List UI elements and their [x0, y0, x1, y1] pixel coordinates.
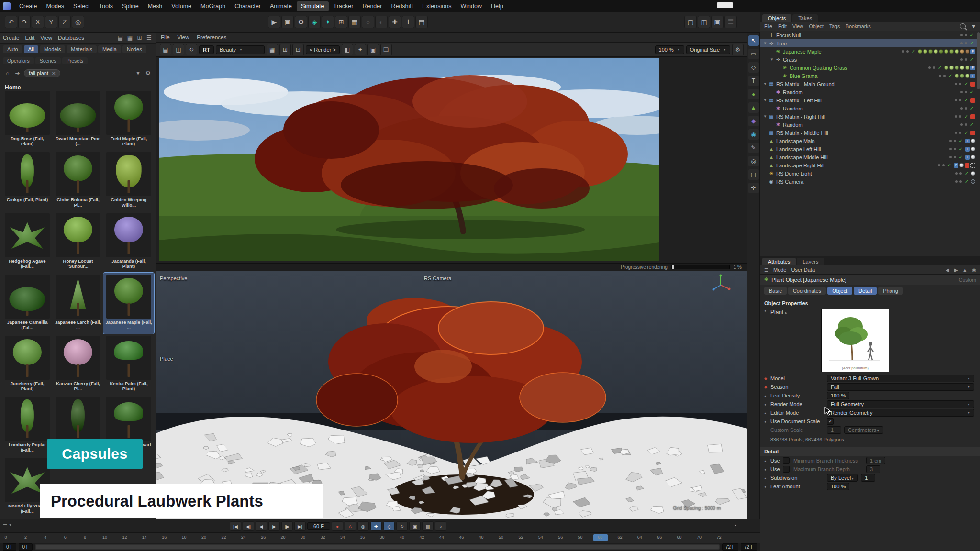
- ab-compare-icon[interactable]: ◧: [342, 44, 353, 55]
- parent-up-icon[interactable]: ▲: [962, 267, 967, 273]
- fullscreen-icon[interactable]: ❏: [380, 44, 392, 55]
- render-visibility-dot[interactable]: [954, 156, 956, 158]
- maximum-branch-depth-field[interactable]: 3: [866, 465, 880, 473]
- workplane-icon[interactable]: ✛: [402, 16, 414, 28]
- simulation-toggle[interactable]: ◐: [375, 16, 388, 28]
- filter-tab-all[interactable]: All: [24, 45, 38, 53]
- end-frame-field[interactable]: 72 F: [741, 543, 757, 551]
- pass-dropdown[interactable]: Beauty▼: [216, 45, 265, 54]
- mode-dropdown[interactable]: Mode: [773, 267, 787, 273]
- editor-visibility-dot[interactable]: [960, 42, 963, 44]
- keyframe-record-button[interactable]: ●: [332, 521, 343, 531]
- material-tag[interactable]: [944, 49, 948, 54]
- editor-visibility-dot[interactable]: [955, 172, 958, 175]
- object-row-rs-matrix-main-ground-6[interactable]: ▼▦RS Matrix - Main Ground✓: [760, 80, 980, 88]
- snap-icon[interactable]: ⊞: [279, 44, 291, 55]
- timeline-mode-icon[interactable]: ☰: [3, 522, 7, 527]
- phong-tag[interactable]: F: [965, 147, 970, 152]
- editor-visibility-dot[interactable]: [949, 140, 952, 142]
- layout-split-icon[interactable]: ◫: [698, 16, 710, 28]
- selected-tag-outline[interactable]: [970, 163, 975, 168]
- material-tag[interactable]: [960, 66, 964, 70]
- redshift-object-tag[interactable]: [970, 82, 975, 87]
- enabled-check-icon[interactable]: ✓: [964, 114, 969, 119]
- material-tag[interactable]: [918, 49, 922, 54]
- material-tag[interactable]: [965, 74, 969, 78]
- render-view-button[interactable]: ▶: [268, 16, 280, 28]
- enabled-check-icon[interactable]: ✓: [964, 171, 969, 176]
- menu-render[interactable]: Render: [358, 1, 386, 11]
- asset-jacaranda-fall-plant[interactable]: Jacaranda (Fall, Plant): [103, 211, 154, 273]
- material-tag[interactable]: [934, 49, 938, 54]
- menu-spline[interactable]: Spline: [118, 1, 143, 11]
- magnet-icon[interactable]: ✚: [389, 16, 401, 28]
- filter-tab-models[interactable]: Models: [40, 45, 65, 53]
- render-settings-icon[interactable]: ⚙: [732, 44, 744, 55]
- object-row-landscape-right-hill-16[interactable]: ▲Landscape Right Hill✓F: [760, 161, 980, 169]
- menu-volume[interactable]: Volume: [167, 1, 196, 11]
- material-tag[interactable]: [955, 66, 959, 70]
- enabled-check-icon[interactable]: ✓: [964, 98, 969, 103]
- refresh-icon[interactable]: ↻: [186, 44, 197, 55]
- menu-window[interactable]: Window: [456, 1, 486, 11]
- leaf-density-field[interactable]: 100 %: [827, 392, 849, 399]
- render-visibility-dot[interactable]: [942, 164, 945, 166]
- subtab-scenes[interactable]: Scenes: [35, 57, 61, 64]
- snapshot-icon[interactable]: ▤: [160, 44, 171, 55]
- objects-menu-edit[interactable]: Edit: [778, 23, 787, 29]
- range-end-field[interactable]: 72 F: [722, 543, 738, 551]
- editor-visibility-dot[interactable]: [960, 107, 963, 110]
- autokey-button[interactable]: A: [345, 521, 356, 531]
- enabled-check-icon[interactable]: ✓: [969, 41, 974, 46]
- render-menu-view[interactable]: View: [178, 34, 189, 40]
- view-modes-icon[interactable]: ▤: [415, 16, 428, 28]
- render-visibility-dot[interactable]: [943, 75, 946, 77]
- asset-japanese-maple-fall[interactable]: Japanese Maple (Fall, ...: [103, 273, 154, 334]
- material-ball-tag[interactable]: [971, 147, 975, 151]
- enabled-check-icon[interactable]: ✓: [964, 81, 969, 87]
- material-tag[interactable]: [960, 49, 964, 54]
- phong-tag[interactable]: F: [965, 155, 970, 160]
- prev-key-button[interactable]: ◀|: [243, 521, 254, 531]
- grid-snap-toggle[interactable]: ▦: [348, 16, 361, 28]
- history-forward-icon[interactable]: ▶: [954, 267, 958, 273]
- editor-visibility-dot[interactable]: [949, 148, 952, 150]
- text-tool[interactable]: T: [748, 76, 759, 86]
- next-frame-button[interactable]: |▶: [281, 521, 293, 531]
- menu-modes[interactable]: Modes: [42, 1, 69, 11]
- menu-tracker[interactable]: Tracker: [329, 1, 358, 11]
- custom-scale-field[interactable]: 1: [827, 426, 841, 434]
- asset-menu-edit[interactable]: Edit: [25, 35, 35, 41]
- phong-tag[interactable]: F: [965, 139, 970, 143]
- menu-simulate[interactable]: Simulate: [297, 1, 329, 11]
- render-visibility-dot[interactable]: [959, 99, 961, 101]
- render-visibility-dot[interactable]: [959, 83, 961, 85]
- expand-icon[interactable]: ▼: [762, 98, 768, 102]
- view-list-icon[interactable]: ▤: [117, 34, 124, 41]
- redshift-object-tag[interactable]: [970, 114, 975, 119]
- subtab-operators[interactable]: Operators: [3, 57, 34, 64]
- editor-visibility-dot[interactable]: [938, 164, 940, 166]
- material-tag[interactable]: [955, 74, 959, 78]
- material-tag[interactable]: [944, 66, 948, 70]
- axis-tool[interactable]: ✛: [748, 183, 759, 193]
- user-data-button[interactable]: User Data: [791, 267, 815, 273]
- tab-takes[interactable]: Takes: [792, 14, 818, 22]
- lock-icon[interactable]: ◉: [972, 267, 976, 273]
- asset-kanzan-cherry-fall-pl[interactable]: Kanzan Cherry (Fall, Pl...: [53, 334, 103, 395]
- objects-menu-file[interactable]: File: [764, 23, 772, 29]
- objects-menu-tags[interactable]: Tags: [829, 23, 840, 29]
- season-dropdown[interactable]: Fall▼: [827, 383, 974, 391]
- menu-create[interactable]: Create: [15, 1, 42, 11]
- enabled-check-icon[interactable]: ✓: [969, 89, 974, 95]
- grid-icon[interactable]: ▦: [267, 44, 278, 55]
- coordinate-system-icon[interactable]: ◎: [72, 16, 84, 28]
- render-visibility-dot[interactable]: [959, 172, 962, 175]
- material-tag[interactable]: [965, 49, 969, 54]
- deformer-tool[interactable]: ◆: [748, 116, 759, 126]
- attributes-menu-icon[interactable]: ☰: [764, 267, 768, 273]
- search-icon[interactable]: [960, 23, 966, 29]
- material-tag[interactable]: [923, 49, 927, 54]
- custom-label[interactable]: Custom: [959, 277, 976, 283]
- asset-honey-locust-sunbur[interactable]: Honey Locust 'Sunbur...: [53, 211, 103, 273]
